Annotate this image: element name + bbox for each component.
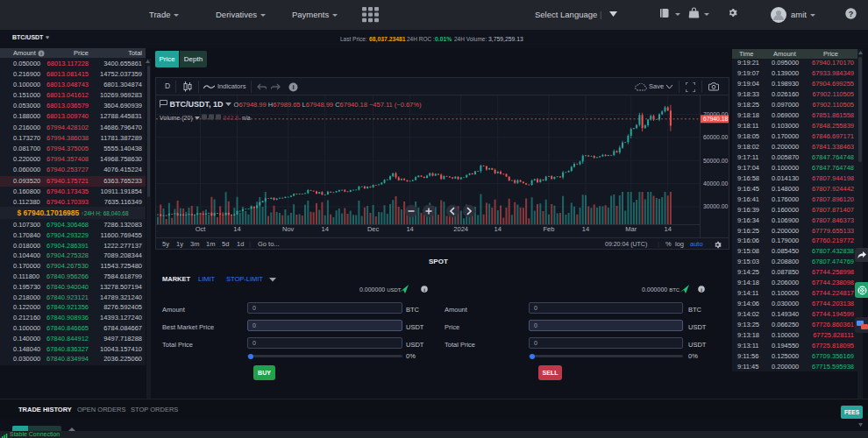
svg-text:67940.18: 67940.18 (703, 116, 729, 122)
svg-text:14: 14 (494, 225, 502, 233)
svg-text:?: ? (849, 10, 854, 18)
svg-text:Oct: Oct (196, 225, 207, 233)
svg-text:Nov: Nov (282, 225, 295, 233)
svg-text:14: 14 (233, 225, 240, 233)
svg-text:Dec: Dec (367, 225, 380, 233)
svg-text:30000.00: 30000.00 (703, 203, 729, 209)
svg-text:14: 14 (322, 225, 329, 233)
svg-text:Feb: Feb (543, 225, 554, 233)
svg-text:14: 14 (406, 225, 413, 233)
svg-text:2024: 2024 (453, 225, 468, 233)
svg-text:i: i (292, 83, 294, 91)
svg-text:60000.00: 60000.00 (703, 134, 729, 140)
svg-text:14: 14 (665, 225, 672, 233)
svg-text:Mar: Mar (625, 225, 637, 233)
svg-text:50000.00: 50000.00 (703, 158, 729, 164)
svg-text:40000.00: 40000.00 (703, 180, 729, 187)
svg-text:14: 14 (582, 225, 589, 233)
